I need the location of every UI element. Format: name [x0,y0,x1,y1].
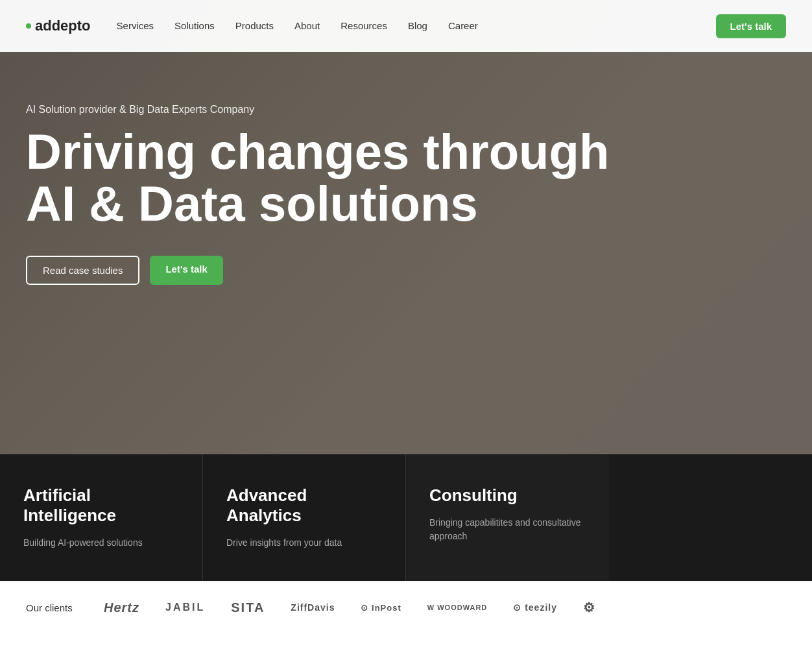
service-desc-2: Bringing capabilitites and consultative … [429,516,586,543]
client-logo-0: Hertz [104,600,139,615]
nav-link-services[interactable]: Services [117,20,154,31]
service-title-1: Advanced Analytics [226,485,382,526]
hero-buttons: Read case studies Let's talk [26,256,812,285]
lets-talk-hero-button[interactable]: Let's talk [150,256,222,285]
navbar: addepto ServicesSolutionsProductsAboutRe… [0,0,812,52]
service-item-0: Artificial IntelligenceBuilding AI-power… [0,454,203,581]
logo[interactable]: addepto [26,18,91,34]
service-desc-1: Drive insights from your data [226,536,382,550]
client-logo-7: ⚙ [583,600,595,615]
hero-title: Driving changes through AI & Data soluti… [26,126,707,230]
service-title-0: Artificial Intelligence [23,485,179,526]
nav-link-about[interactable]: About [294,20,320,31]
hero-subtitle: AI Solution provider & Big Data Experts … [26,104,812,116]
nav-link-resources[interactable]: Resources [340,20,387,31]
nav-links: ServicesSolutionsProductsAboutResourcesB… [117,20,716,32]
services-strip: Artificial IntelligenceBuilding AI-power… [0,454,812,581]
clients-bar: Our clients HertzJABILSITAZiffDavis⊙ InP… [0,581,812,633]
nav-link-solutions[interactable]: Solutions [174,20,215,31]
hero-section: AI Solution provider & Big Data Experts … [0,0,812,454]
client-logo-1: JABIL [165,602,205,613]
client-logo-6: ⊙ teezily [513,602,557,613]
nav-link-products[interactable]: Products [235,20,274,31]
client-logo-4: ⊙ InPost [361,603,401,613]
clients-logos: HertzJABILSITAZiffDavis⊙ InPostW WOODWAR… [104,600,786,615]
hero-title-line2: AI & Data solutions [26,176,478,231]
client-logo-3: ZiffDavis [291,602,335,613]
logo-text: addepto [35,18,91,34]
logo-dot [26,23,31,29]
clients-label: Our clients [26,602,78,613]
hero-title-line1: Driving changes through [26,124,609,179]
client-logo-5: W WOODWARD [427,604,487,611]
service-desc-0: Building AI-powered solutions [23,536,179,550]
nav-cta-button[interactable]: Let's talk [716,14,786,38]
service-title-2: Consulting [429,485,586,506]
nav-link-career[interactable]: Career [448,20,478,31]
read-case-studies-button[interactable]: Read case studies [26,256,139,285]
nav-link-blog[interactable]: Blog [408,20,427,31]
service-item-1: Advanced AnalyticsDrive insights from yo… [203,454,406,581]
client-logo-2: SITA [231,600,265,615]
service-item-2: ConsultingBringing capabilitites and con… [406,454,609,581]
